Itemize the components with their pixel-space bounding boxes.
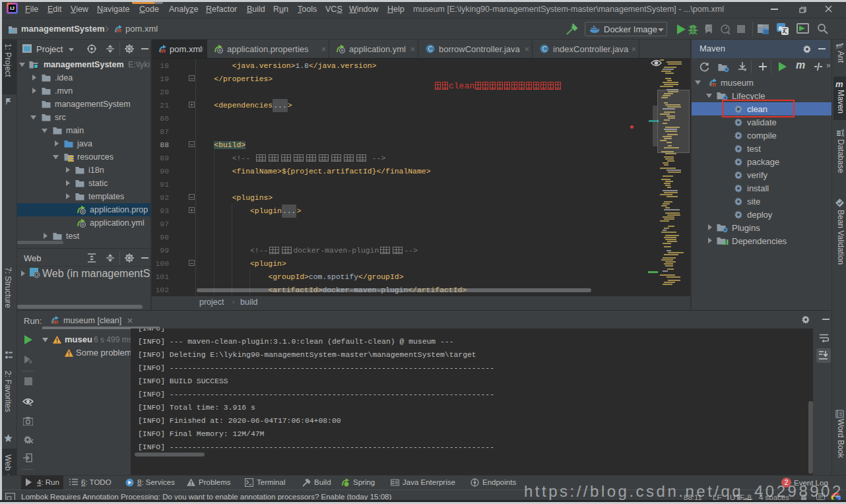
svg-text:C: C	[428, 46, 433, 53]
svg-text:C: C	[542, 46, 547, 53]
svg-text:m: m	[116, 27, 121, 34]
svg-text:m: m	[711, 80, 717, 88]
svg-text:m: m	[160, 47, 166, 54]
svg-text:m: m	[53, 318, 59, 325]
svg-text:9: 9	[29, 360, 32, 364]
